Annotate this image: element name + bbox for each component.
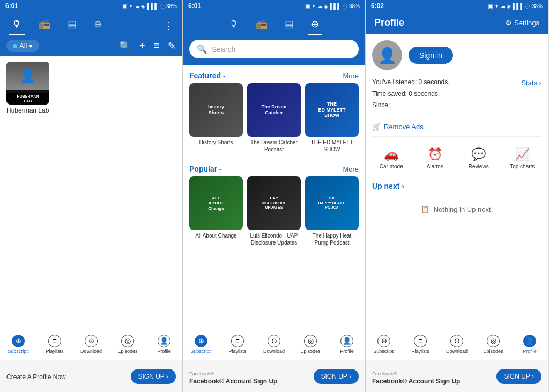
settings-link[interactable]: ⚙ Settings bbox=[506, 19, 539, 27]
tab-podcast-2[interactable]: 🎙 bbox=[226, 17, 242, 35]
stats-line3: Since: bbox=[372, 100, 450, 112]
popular-thumb-1: UAPDISCLOSUREUPDATES bbox=[247, 176, 301, 230]
signup-button-1[interactable]: SIGN UP › bbox=[131, 369, 176, 384]
popular-thumb-2: THEHAPPY HEAT PPODCA bbox=[305, 176, 359, 230]
toolbar-1: All ▾ 🔍 + ≡ ✎ bbox=[0, 35, 182, 56]
tab-radio-1[interactable]: 📻 bbox=[35, 16, 54, 35]
featured-more[interactable]: More bbox=[343, 72, 359, 80]
signup-button-2[interactable]: SIGN UP › bbox=[314, 369, 359, 384]
search-input-wrapper-2[interactable]: 🔍 Search bbox=[189, 40, 359, 58]
nav-profile-3[interactable]: 👤 Profile bbox=[511, 335, 548, 354]
episodes-icon-3: ◎ bbox=[487, 335, 500, 347]
nav-tabs-1: 🎙 📻 ▤ ⊕ ⋮ bbox=[0, 12, 182, 35]
nav-playlists-1[interactable]: ≡ Playlists bbox=[36, 335, 73, 354]
status-time-1: 6:01 bbox=[5, 2, 18, 10]
nav-label-download-3: Download bbox=[446, 349, 468, 354]
nav-label-playlists-2: Playlists bbox=[228, 349, 246, 354]
nav-subscriptions-3[interactable]: ⊕ Subscripti bbox=[366, 335, 402, 354]
remove-ads-row[interactable]: 🛒 Remove Ads bbox=[372, 123, 541, 137]
search-bar-2: 🔍 Search bbox=[183, 35, 365, 65]
ad-text-2: Facebook® Facebook® Account Sign Up bbox=[189, 368, 277, 385]
stats-line2: Time saved: 0 seconds. bbox=[372, 88, 450, 100]
episodes-icon-2: ◎ bbox=[304, 335, 317, 347]
add-icon[interactable]: + bbox=[139, 40, 145, 52]
popular-title: Popular - bbox=[189, 165, 222, 173]
feature-reviews[interactable]: 💬 Reviews bbox=[459, 147, 498, 169]
chevron-down-icon: ▾ bbox=[29, 42, 33, 50]
tab-news-2[interactable]: ▤ bbox=[281, 16, 297, 35]
nav-label-download-2: Download bbox=[263, 349, 285, 354]
tab-explore-1[interactable]: ⊕ bbox=[91, 16, 105, 35]
alarm-icon: ⏰ bbox=[428, 147, 442, 161]
nav-download-1[interactable]: ⊙ Download bbox=[73, 335, 109, 354]
popular-card-0[interactable]: ALLABOUTChange All About Change bbox=[189, 176, 243, 246]
nav-download-2[interactable]: ⊙ Download bbox=[256, 335, 292, 354]
settings-label: Settings bbox=[514, 19, 539, 27]
bottom-nav-3: ⊕ Subscripti ≡ Playlists ⊙ Download ◎ Ep… bbox=[366, 327, 548, 360]
nav-episodes-2[interactable]: ◎ Episodes bbox=[292, 335, 329, 354]
nav-profile-1[interactable]: 👤 Profile bbox=[146, 335, 182, 354]
search-icon[interactable]: 🔍 bbox=[119, 40, 131, 52]
nav-playlists-3[interactable]: ≡ Playlists bbox=[402, 335, 439, 354]
stats-row: You've listened: 0 seconds. Time saved: … bbox=[372, 77, 541, 117]
nav-label-download-1: Download bbox=[80, 349, 102, 354]
featured-card-1[interactable]: The DreamCatcher The Dream Catcher Podca… bbox=[247, 83, 301, 153]
up-next-row[interactable]: Up next › bbox=[372, 182, 541, 190]
reviews-label: Reviews bbox=[469, 164, 489, 169]
nav-episodes-3[interactable]: ◎ Episodes bbox=[475, 335, 511, 354]
featured-card-2[interactable]: THEED MYLETTSHOW THE ED MYLETT SHOW bbox=[305, 83, 359, 153]
download-icon-1: ⊙ bbox=[85, 335, 98, 347]
filter-dot bbox=[13, 44, 17, 48]
filter-chip-1[interactable]: All ▾ bbox=[6, 40, 39, 52]
featured-art-label-1: The DreamCatcher bbox=[247, 83, 301, 137]
filter-icon[interactable]: ≡ bbox=[153, 40, 159, 52]
profile-body: 👤 Sign in You've listened: 0 seconds. Ti… bbox=[366, 34, 548, 228]
up-next-label: Up next › bbox=[372, 182, 404, 190]
playlists-icon-2: ≡ bbox=[231, 335, 244, 347]
playlists-icon-1: ≡ bbox=[48, 335, 61, 347]
profile-title: Profile bbox=[374, 17, 404, 28]
bottom-nav-1: ⊕ Subscripti ≡ Playlists ⊙ Download ◎ Ep… bbox=[0, 327, 182, 360]
nav-subscriptions-2[interactable]: ⊕ Subscripti bbox=[183, 335, 219, 354]
status-time-3: 6:02 bbox=[371, 2, 384, 10]
nav-label-profile-3: Profile bbox=[523, 349, 537, 354]
feature-alarms[interactable]: ⏰ Alarms bbox=[416, 147, 455, 169]
tab-radio-2[interactable]: 📻 bbox=[253, 16, 271, 35]
panel-2: 6:01 ▣ ✦ ☁ ◈ ▌▌▌ ◌ 38% 🎙 📻 ▤ ⊕ 🔍 Search … bbox=[183, 0, 366, 392]
tab-explore-2[interactable]: ⊕ bbox=[308, 16, 322, 35]
nothing-next: 📋 Nothing in Up next. bbox=[372, 197, 541, 222]
stats-link[interactable]: Stats › bbox=[521, 77, 541, 89]
tab-podcast-1[interactable]: 🎙 bbox=[9, 17, 25, 35]
ad-text-3: Facebook® Facebook® Account Sign Up bbox=[372, 368, 460, 385]
featured-card-0[interactable]: historyShorts History Shorts bbox=[189, 83, 243, 153]
nav-download-3[interactable]: ⊙ Download bbox=[439, 335, 475, 354]
status-time-2: 6:01 bbox=[188, 2, 201, 10]
profile-icon-2: 👤 bbox=[340, 335, 353, 347]
popular-card-2[interactable]: THEHAPPY HEAT PPODCA The Happy Heat Pump… bbox=[305, 176, 359, 246]
popular-card-1[interactable]: UAPDISCLOSUREUPDATES Luis Elizondo - UAP… bbox=[247, 176, 301, 246]
reviews-icon: 💬 bbox=[471, 147, 486, 161]
feature-car-mode[interactable]: 🚗 Car mode bbox=[372, 147, 411, 169]
featured-card-title-1: The Dream Catcher Podcast bbox=[247, 139, 301, 153]
featured-grid: historyShorts History Shorts The DreamCa… bbox=[183, 83, 365, 158]
popular-thumb-0: ALLABOUTChange bbox=[189, 176, 243, 230]
edit-icon[interactable]: ✎ bbox=[168, 40, 176, 52]
tab-news-1[interactable]: ▤ bbox=[64, 16, 80, 35]
feature-top-charts[interactable]: 📈 Top charts bbox=[503, 147, 542, 169]
cart-icon: 🛒 bbox=[372, 123, 381, 131]
featured-header: Featured - More bbox=[183, 65, 365, 83]
profile-header-3: Profile ⚙ Settings bbox=[366, 12, 548, 34]
nav-episodes-1[interactable]: ◎ Episodes bbox=[109, 335, 146, 354]
avatar: 👤 bbox=[372, 40, 402, 70]
status-bar-2: 6:01 ▣ ✦ ☁ ◈ ▌▌▌ ◌ 38% bbox=[183, 0, 365, 12]
signup-button-3[interactable]: SIGN UP › bbox=[496, 369, 541, 384]
nav-more-1[interactable]: ⋮ bbox=[164, 20, 174, 32]
filter-label: All bbox=[19, 42, 27, 50]
nav-playlists-2[interactable]: ≡ Playlists bbox=[219, 335, 256, 354]
remove-ads-label: Remove Ads bbox=[384, 123, 424, 131]
signin-button[interactable]: Sign in bbox=[409, 47, 453, 64]
popular-more[interactable]: More bbox=[343, 165, 359, 173]
nav-profile-2[interactable]: 👤 Profile bbox=[329, 335, 365, 354]
podcast-item-huberman[interactable]: 👤 HUBERMANLAB Huberman Lab bbox=[0, 56, 182, 120]
nav-subscriptions-1[interactable]: ⊕ Subscripti bbox=[0, 335, 36, 354]
